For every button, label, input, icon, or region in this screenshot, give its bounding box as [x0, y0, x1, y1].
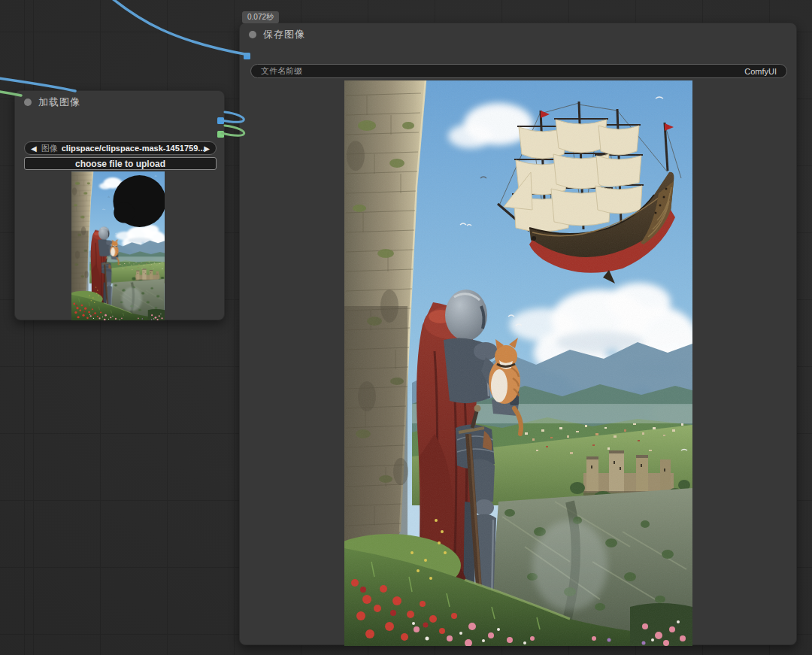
node-title: 加载图像 — [38, 96, 80, 109]
collapse-dot[interactable] — [249, 31, 256, 38]
load-image-node[interactable]: 加载图像 ◀ 图像 clipspace/clipspace-mask-14517… — [14, 90, 225, 320]
image-input-port[interactable] — [244, 53, 250, 59]
combo-value: clipspace/clipspace-mask-1451759... — [62, 144, 205, 153]
next-arrow-icon[interactable]: ▶ — [204, 144, 210, 153]
mask-output-port[interactable] — [217, 131, 224, 138]
prev-arrow-icon[interactable]: ◀ — [31, 144, 37, 153]
saved-image-preview — [344, 80, 692, 646]
load-image-node-header[interactable]: 加载图像 — [15, 91, 224, 114]
collapse-dot[interactable] — [24, 99, 32, 106]
loaded-image-preview — [71, 171, 165, 320]
save-image-node-header[interactable]: 保存图像 — [240, 23, 796, 46]
filename-prefix-widget[interactable]: 文件名前缀 ComfyUI — [250, 64, 787, 78]
widget-value: ComfyUI — [744, 67, 777, 76]
image-combo-widget[interactable]: ◀ 图像 clipspace/clipspace-mask-1451759...… — [24, 141, 217, 155]
save-image-node[interactable]: 保存图像 文件名前缀 ComfyUI — [239, 23, 797, 645]
image-output-port[interactable] — [217, 117, 224, 124]
execution-time-badge: 0.072秒 — [242, 11, 279, 23]
widget-label: 文件名前缀 — [261, 65, 302, 77]
combo-label: 图像 — [41, 143, 58, 154]
inpaint-mask-blob — [113, 175, 165, 227]
node-title: 保存图像 — [263, 28, 305, 41]
choose-file-button[interactable]: choose file to upload — [24, 157, 217, 170]
